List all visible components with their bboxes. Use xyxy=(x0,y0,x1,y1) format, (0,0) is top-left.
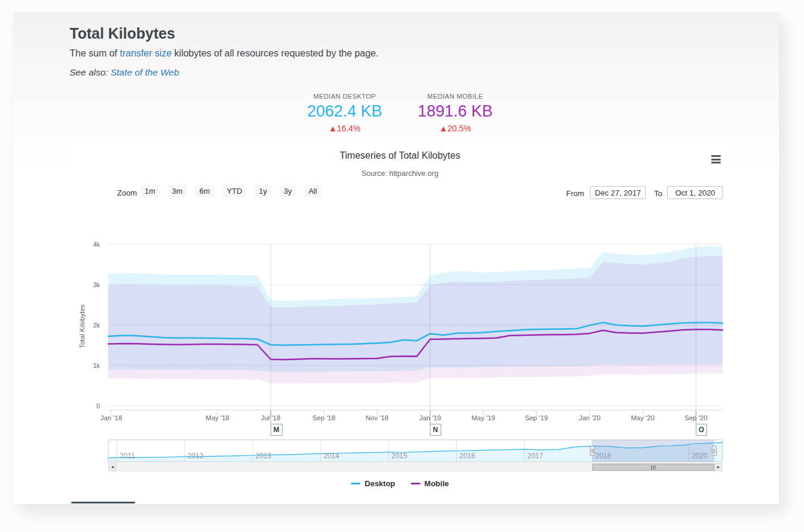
median-desktop-value: 2062.4 KB xyxy=(298,102,392,121)
median-desktop-label: MEDIAN DESKTOP xyxy=(298,93,392,100)
see-also: See also: State of the Web xyxy=(70,67,179,78)
chart-subtitle: Source: httparchive.org xyxy=(70,169,730,178)
legend-label-desktop: Desktop xyxy=(365,479,395,488)
hamburger-menu-icon[interactable] xyxy=(711,155,721,163)
flag-marker-n[interactable]: N xyxy=(430,424,441,436)
zoom-label: Zoom xyxy=(117,188,137,197)
flag-marker-m[interactable]: M xyxy=(271,424,282,436)
description-text-2: kilobytes of all resources requested by … xyxy=(172,48,379,58)
legend-item-mobile[interactable]: Mobile xyxy=(411,479,449,488)
description-text: The sum of xyxy=(70,48,120,58)
page-title: Total Kilobytes xyxy=(70,25,175,42)
below-card-element-edge xyxy=(71,502,135,503)
chart-title: Timeseries of Total Kilobytes xyxy=(70,150,730,161)
from-date-input[interactable] xyxy=(590,186,646,199)
from-label: From xyxy=(566,189,584,198)
to-date-input[interactable] xyxy=(667,186,723,199)
y-axis-title: Total Kilobytes xyxy=(78,267,86,386)
mobile-series-swatch-icon xyxy=(411,483,420,484)
scrollbar-right-arrow-icon[interactable]: ▸ xyxy=(714,463,723,471)
median-mobile-change: ▲20.5% xyxy=(409,124,503,133)
legend-item-desktop[interactable]: Desktop xyxy=(351,479,395,488)
navigator-right-handle-icon[interactable] xyxy=(712,446,717,456)
median-desktop-change: ▲16.4% xyxy=(298,124,392,133)
range-selector-buttons: 1m3m6mYTD1y3yAll xyxy=(140,185,321,197)
scrollbar-left-arrow-icon[interactable]: ◂ xyxy=(108,463,117,471)
range-button-1y[interactable]: 1y xyxy=(255,185,271,197)
desktop-series-swatch-icon xyxy=(351,483,360,484)
range-button-ytd[interactable]: YTD xyxy=(222,185,246,197)
median-mobile-value: 1891.6 KB xyxy=(409,102,503,121)
median-mobile-label: MEDIAN MOBILE xyxy=(409,93,503,100)
median-stats: MEDIAN DESKTOP 2062.4 KB ▲16.4% MEDIAN M… xyxy=(70,93,730,133)
transfer-size-link[interactable]: transfer size xyxy=(120,48,171,58)
scrollbar-thumb[interactable] xyxy=(592,464,714,471)
median-desktop-block: MEDIAN DESKTOP 2062.4 KB ▲16.4% xyxy=(298,93,392,133)
chart-legend: Desktop Mobile xyxy=(70,479,730,488)
median-mobile-block: MEDIAN MOBILE 1891.6 KB ▲20.5% xyxy=(409,93,503,133)
legend-label-mobile: Mobile xyxy=(425,479,449,488)
range-button-3m[interactable]: 3m xyxy=(168,185,187,197)
flag-marker-o[interactable]: O xyxy=(696,424,707,436)
range-button-1m[interactable]: 1m xyxy=(140,185,159,197)
range-button-6m[interactable]: 6m xyxy=(195,185,214,197)
navigator-selected-range[interactable] xyxy=(592,440,714,462)
range-button-all[interactable]: All xyxy=(304,185,321,197)
range-button-3y[interactable]: 3y xyxy=(279,185,296,197)
see-also-label: See also: xyxy=(70,67,111,77)
page-description: The sum of transfer size kilobytes of al… xyxy=(70,48,378,59)
state-of-the-web-link[interactable]: State of the Web xyxy=(111,67,179,77)
to-label: To xyxy=(654,189,662,198)
navigator-left-handle-icon[interactable] xyxy=(590,446,595,456)
